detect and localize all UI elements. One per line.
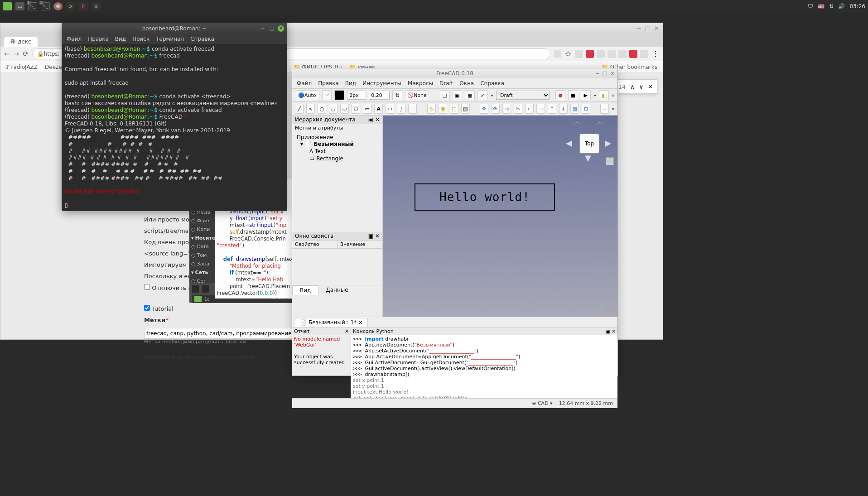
width-input[interactable]	[347, 91, 366, 100]
tree-app[interactable]: Приложение	[294, 134, 381, 140]
none-btn[interactable]: 🚫None	[405, 90, 429, 100]
fm-breadcrumb[interactable]: 1c	[204, 297, 210, 302]
ext1-icon[interactable]	[575, 50, 583, 58]
reload-button[interactable]: ⟳	[23, 50, 29, 58]
menu-search[interactable]: Поиск	[132, 36, 149, 42]
volume-icon[interactable]: 🔊	[838, 3, 845, 10]
ext5-icon[interactable]	[618, 50, 627, 58]
fm-view2-icon[interactable]	[201, 285, 209, 293]
document-tab[interactable]: 📄 Безымянный : 1* ✕	[295, 318, 368, 327]
ext4-icon[interactable]	[608, 50, 616, 58]
freecad-icon[interactable]: F	[79, 2, 88, 10]
forward-button[interactable]: →	[14, 50, 19, 58]
minimize-icon[interactable]: −	[260, 25, 266, 32]
menu-draft[interactable]: Draft	[439, 80, 453, 87]
menu-edit[interactable]: Правка	[318, 80, 339, 87]
draft-line-icon[interactable]: ╱	[295, 104, 304, 114]
arrow-up-icon[interactable]: ↑	[548, 104, 556, 114]
nav-cube-mini-icon[interactable]	[606, 157, 614, 165]
find-next-icon[interactable]: ∨	[639, 83, 644, 90]
color-swatch[interactable]	[334, 90, 344, 100]
menu-tools[interactable]: Инструменты	[362, 80, 401, 87]
tb-icon[interactable]: ▣	[453, 90, 463, 100]
g-translate-icon[interactable]	[554, 50, 561, 58]
rotate-icon[interactable]: ⟳	[491, 104, 500, 114]
array-icon[interactable]: ⊞	[582, 104, 590, 114]
menu-windows[interactable]: Окна	[459, 80, 474, 87]
fm-side-item[interactable]: ○ Копи	[190, 225, 214, 234]
ext3-icon[interactable]	[597, 50, 605, 58]
props-tab-data[interactable]: Данные	[318, 285, 355, 295]
menu-macros[interactable]: Макросы	[408, 80, 433, 87]
restore-icon[interactable]: ▣	[605, 328, 610, 334]
gear-icon[interactable]: ⚙	[92, 2, 101, 10]
arrow-left-icon[interactable]: ←	[525, 104, 534, 114]
menu-terminal[interactable]: Терминал	[156, 36, 184, 42]
files-icon[interactable]: ▭	[15, 2, 24, 10]
star-icon[interactable]: ☆	[565, 49, 571, 58]
tb-icon[interactable]: ⤢	[477, 90, 487, 100]
draft-tool-icon[interactable]: ◫	[450, 104, 458, 114]
freecad-3d-view[interactable]: ⌒ ⌒ ◀ ▶ ▼ Top Hello world! Y↑Z⊙→X	[383, 116, 617, 317]
tree-text[interactable]: A Text	[294, 148, 381, 155]
close-panel-icon[interactable]: ✕	[612, 328, 616, 334]
maximize-icon[interactable]: □	[645, 25, 651, 32]
move-icon[interactable]: ✥	[480, 104, 488, 114]
menu-help[interactable]: Справка	[480, 80, 504, 87]
tb-more-icon[interactable]: »	[612, 92, 615, 98]
offset-icon[interactable]: ⇉	[502, 104, 511, 114]
nav-cube[interactable]: ⌒ ⌒ ◀ ▶ ▼ Top	[566, 120, 611, 165]
draft-tool-icon[interactable]: ▤	[461, 104, 470, 114]
network-icon[interactable]: ⇅	[829, 3, 834, 10]
draft-ellipse-icon[interactable]: ⬭	[340, 104, 349, 114]
draft-arc-icon[interactable]: ◡	[329, 104, 338, 114]
close-panel-icon[interactable]: ✕	[375, 233, 380, 239]
terminal1-icon[interactable]: 1	[28, 2, 37, 10]
browser-tab[interactable]: Яндекс	[4, 37, 38, 47]
ext7-icon[interactable]	[640, 50, 648, 58]
draft-circle-icon[interactable]: ○	[318, 104, 326, 114]
auto-checkbox[interactable]	[144, 284, 150, 290]
draft-bspline-icon[interactable]: ∫	[397, 104, 405, 114]
ext6-icon[interactable]	[629, 50, 637, 58]
tb-icon[interactable]: ▦	[465, 90, 475, 100]
tb-more-icon[interactable]: »	[490, 92, 493, 98]
stop-icon[interactable]: ■	[568, 90, 578, 100]
close-panel-icon[interactable]: ✕	[375, 116, 380, 123]
fm-side-item[interactable]: ○ Файл	[190, 217, 214, 225]
draft-rect-icon[interactable]: ▭	[363, 104, 371, 114]
close-panel-icon[interactable]: ✕	[345, 328, 349, 334]
tb-more-icon[interactable]: »	[612, 106, 615, 112]
folder-icon[interactable]	[194, 296, 202, 302]
flag-icon[interactable]: 🇺🇸	[818, 3, 825, 10]
draft-polygon-icon[interactable]: ⬠	[352, 104, 360, 114]
draft-point-icon[interactable]: ·	[408, 104, 417, 114]
trim-icon[interactable]: ✂	[514, 104, 522, 114]
shield-icon[interactable]: 🛡	[808, 3, 813, 10]
box-icon[interactable]: ◧	[599, 90, 609, 100]
tb-more-icon[interactable]: »	[593, 92, 597, 98]
close-icon[interactable]: ✕	[278, 25, 284, 32]
fm-view1-icon[interactable]	[191, 285, 199, 293]
refresh-icon[interactable]: ⟳	[66, 2, 75, 10]
close-tab-icon[interactable]: ✕	[358, 319, 363, 326]
maximize-icon[interactable]: □	[269, 25, 275, 32]
menu-view[interactable]: Вид	[115, 36, 126, 42]
find-prev-icon[interactable]: ∧	[630, 83, 635, 90]
menu-file[interactable]: Файл	[67, 36, 82, 42]
workbench-select[interactable]: Draft	[496, 91, 550, 100]
fm-side-item[interactable]: ○ Том	[190, 251, 214, 260]
tb-icon[interactable]: ▢	[440, 90, 450, 100]
color-auto-btn[interactable]: 🔵 Auto	[295, 90, 319, 100]
restore-icon[interactable]: ▣	[368, 116, 373, 123]
minimize-icon[interactable]: −	[637, 25, 641, 32]
mint-menu-icon[interactable]	[3, 2, 12, 10]
menu-file[interactable]: Файл	[297, 80, 312, 87]
select-plane-icon[interactable]: ▦	[570, 104, 579, 114]
menu-view[interactable]: Вид	[345, 80, 356, 87]
find-close-icon[interactable]: ✕	[648, 83, 653, 90]
record-icon[interactable]: ●	[555, 90, 565, 100]
terminal2-icon[interactable]: 2	[41, 2, 50, 10]
updown-icon[interactable]: ⇅	[392, 90, 402, 100]
fm-side-item[interactable]: ○ Data	[190, 242, 214, 251]
